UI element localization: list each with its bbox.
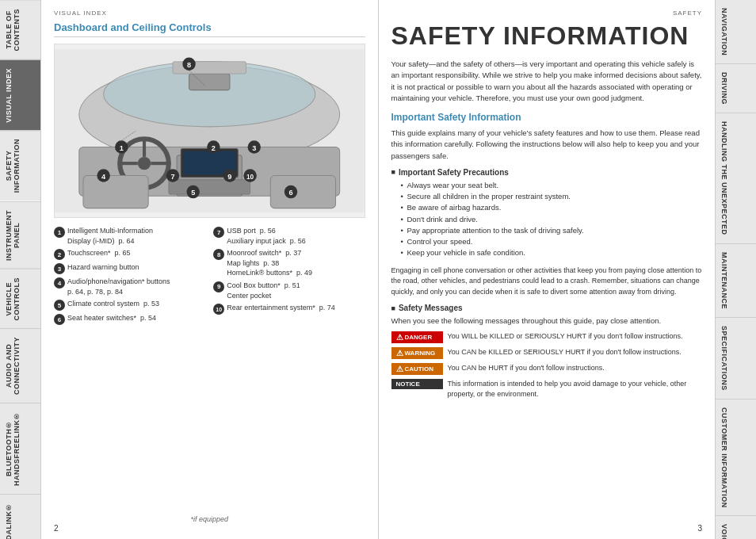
svg-text:4: 4	[101, 173, 106, 181]
sidebar-tab-hondalink[interactable]: HONDALINK®	[0, 494, 40, 539]
list-item: Secure all children in the proper restra…	[401, 191, 703, 202]
list-item: 10 Rear entertainment system* p. 74	[213, 303, 365, 315]
svg-text:7: 7	[170, 173, 174, 181]
precautions-list: Always wear your seat belt. Secure all c…	[391, 180, 703, 259]
list-item: 2 Touchscreen* p. 65	[54, 248, 205, 260]
section-title: Dashboard and Ceiling Controls	[54, 21, 365, 37]
items-column-left: 1 Intelligent Multi-InformationDisplay (…	[54, 226, 205, 327]
list-item: Pay appropriate attention to the task of…	[401, 225, 703, 236]
list-item: 8 Moonroof switch* p. 37Map lights p. 38…	[213, 248, 365, 278]
svg-rect-12	[169, 180, 250, 194]
list-item: 3 Hazard warning button	[54, 262, 205, 274]
svg-text:2: 2	[212, 144, 216, 152]
sidebar-tab-specifications[interactable]: SPECIFICATIONS	[716, 318, 756, 399]
list-item: 1 Intelligent Multi-InformationDisplay (…	[54, 226, 205, 246]
caution-icon: ⚠	[396, 365, 403, 373]
safety-main-title: SAFETY INFORMATION	[391, 21, 703, 51]
right-page-section-label: SAFETY	[673, 10, 702, 17]
svg-text:8: 8	[187, 61, 191, 69]
left-page-header: VISUAL INDEX	[54, 10, 365, 17]
left-page: VISUAL INDEX Dashboard and Ceiling Contr…	[41, 0, 379, 539]
svg-text:3: 3	[252, 144, 256, 152]
sidebar-tab-handling[interactable]: HANDLING THE UNEXPECTED	[716, 113, 756, 244]
sidebar-tab-audio[interactable]: AUDIO ANDCONNECTIVITY	[0, 328, 40, 403]
caution-text: You CAN be HURT if you don't follow inst…	[448, 363, 605, 373]
left-sidebar: TABLE OFCONTENTS VISUAL INDEX SAFETYINFO…	[0, 0, 41, 539]
warning-icon: ⚠	[396, 349, 403, 357]
sidebar-tab-safety[interactable]: SAFETYINFORMATION	[0, 130, 40, 201]
right-page-header: SAFETY	[391, 10, 703, 17]
svg-text:10: 10	[246, 174, 254, 181]
list-item: 4 Audio/phone/navigation* buttonsp. 64, …	[54, 277, 205, 296]
right-sidebar: NAVIGATION DRIVING HANDLING THE UNEXPECT…	[715, 0, 756, 539]
safety-messages-title: Safety Messages	[391, 304, 703, 312]
footnote: *if equipped	[190, 515, 228, 523]
list-item: 9 Cool Box button* p. 51Center pocket	[213, 281, 365, 300]
items-list: 1 Intelligent Multi-InformationDisplay (…	[54, 226, 365, 327]
list-item: Always wear your seat belt.	[401, 180, 703, 191]
items-column-right: 7 USB port p. 56Auxiliary input jack p. …	[213, 226, 365, 327]
svg-text:9: 9	[227, 173, 231, 181]
sidebar-tab-instrument[interactable]: INSTRUMENTPANEL	[0, 201, 40, 269]
svg-text:1: 1	[120, 144, 124, 152]
sidebar-tab-driving[interactable]: DRIVING	[716, 64, 756, 113]
list-item: 6 Seat heater switches* p. 54	[54, 313, 205, 325]
warning-text: You CAN be KILLED or SERIOUSLY HURT if y…	[448, 347, 682, 357]
sidebar-tab-toc[interactable]: TABLE OFCONTENTS	[0, 0, 40, 59]
car-diagram: 1 2 3 4 5 6	[54, 44, 365, 218]
svg-rect-16	[270, 176, 335, 208]
svg-rect-15	[83, 176, 148, 208]
notice-badge: NOTICE	[391, 379, 443, 389]
list-item: Control your speed.	[401, 236, 703, 247]
right-page: SAFETY SAFETY INFORMATION Your safety—an…	[379, 0, 716, 539]
sidebar-tab-bluetooth[interactable]: BLUETOOTH®HANDSFREELINK®	[0, 403, 40, 494]
caution-badge: ⚠ CAUTION	[391, 363, 443, 375]
sidebar-tab-visual-index[interactable]: VISUAL INDEX	[0, 59, 40, 131]
warning-caution-row: ⚠ CAUTION You CAN be HURT if you don't f…	[391, 363, 703, 375]
precautions-title: Important Safety Precautions	[391, 168, 703, 177]
sidebar-tab-maintenance[interactable]: MAINTENANCE	[716, 244, 756, 318]
warning-danger-row: ⚠ DANGER You WILL be KILLED or SERIOUSLY…	[391, 331, 703, 343]
danger-badge: ⚠ DANGER	[391, 331, 443, 343]
notice-text: This information is intended to help you…	[448, 379, 703, 399]
car-interior-illustration: 1 2 3 4 5 6	[55, 44, 365, 217]
safety-intro-text: Your safety—and the safety of others—is …	[391, 59, 703, 104]
list-item: Be aware of airbag hazards.	[401, 202, 703, 213]
important-safety-title: Important Safety Information	[391, 112, 703, 123]
svg-text:5: 5	[191, 189, 195, 197]
warning-badge: ⚠ WARNING	[391, 347, 443, 359]
left-page-section-label: VISUAL INDEX	[54, 10, 107, 17]
list-item: Don't drink and drive.	[401, 214, 703, 225]
svg-point-6	[138, 157, 151, 170]
warning-warning-row: ⚠ WARNING You CAN be KILLED or SERIOUSLY…	[391, 347, 703, 359]
main-content: VISUAL INDEX Dashboard and Ceiling Contr…	[41, 0, 715, 539]
important-safety-desc: This guide explains many of your vehicle…	[391, 128, 703, 162]
list-item: Keep your vehicle in safe condition.	[401, 247, 703, 258]
safety-messages-desc: When you see the following messages thro…	[391, 315, 703, 327]
sidebar-tab-vehicle[interactable]: VEHICLECONTROLS	[0, 269, 40, 329]
sidebar-tab-customer[interactable]: CUSTOMER INFORMATION	[716, 399, 756, 517]
danger-text: You WILL be KILLED or SERIOUSLY HURT if …	[448, 331, 683, 342]
warning-notice-row: NOTICE This information is intended to h…	[391, 379, 703, 399]
page-number-right: 3	[697, 524, 702, 533]
page-number-left: 2	[54, 524, 59, 533]
danger-icon: ⚠	[396, 333, 403, 342]
sidebar-tab-navigation[interactable]: NAVIGATION	[716, 0, 756, 64]
list-item: 5 Climate control system p. 53	[54, 299, 205, 311]
svg-text:6: 6	[288, 189, 292, 197]
list-item: 7 USB port p. 56Auxiliary input jack p. …	[213, 226, 365, 246]
sidebar-tab-voice[interactable]: VOICE COMMAND INDEX	[716, 516, 756, 539]
engaging-note: Engaging in cell phone conversation or o…	[391, 266, 703, 298]
